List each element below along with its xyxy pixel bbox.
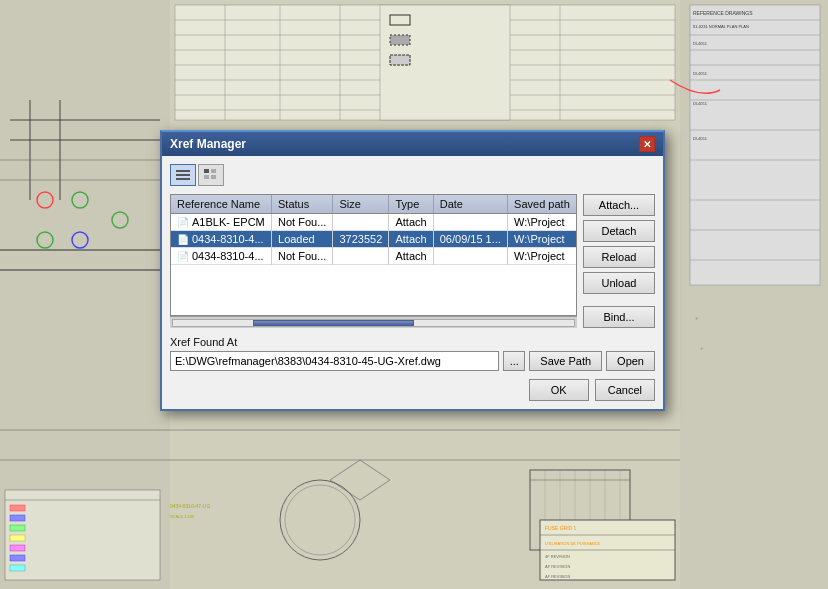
table-area: Reference Name Status Size Type Date Sav… [170, 194, 577, 328]
xref-manager-dialog: Xref Manager ✕ [160, 130, 665, 411]
xref-table-container[interactable]: Reference Name Status Size Type Date Sav… [170, 194, 577, 316]
svg-text:0434-8310-47-UG: 0434-8310-47-UG [170, 503, 210, 509]
table-row[interactable]: 📄0434-8310-4...Not Fou...AttachW:\Projec… [171, 248, 576, 265]
dialog-main: Reference Name Status Size Type Date Sav… [170, 194, 655, 328]
col-header-saved-path[interactable]: Saved path [508, 195, 576, 214]
table-cell [433, 248, 507, 265]
svg-text:4F REVISION: 4F REVISION [545, 554, 570, 559]
svg-rect-90 [176, 170, 190, 172]
bind-button[interactable]: Bind... [583, 306, 655, 328]
path-row: ... Save Path Open [170, 351, 655, 371]
svg-text:AF REVISION: AF REVISION [545, 574, 570, 579]
detach-button[interactable]: Detach [583, 220, 655, 242]
file-icon: 📄 [177, 251, 189, 262]
cancel-button[interactable]: Cancel [595, 379, 655, 401]
svg-text:SCALE 1:100: SCALE 1:100 [170, 514, 195, 519]
svg-text:Dl-4051: Dl-4051 [693, 71, 708, 76]
browse-button[interactable]: ... [503, 351, 525, 371]
svg-rect-59 [10, 545, 25, 551]
table-cell: 📄0434-8310-4... [171, 248, 272, 265]
svg-text:FUSE GRID 1: FUSE GRID 1 [545, 525, 577, 531]
col-header-date[interactable]: Date [433, 195, 507, 214]
svg-rect-95 [204, 175, 209, 179]
svg-rect-60 [10, 555, 25, 561]
tree-view-button[interactable] [198, 164, 224, 186]
svg-text:Dl-4051: Dl-4051 [693, 101, 708, 106]
table-cell: 📄A1BLK- EPCM [171, 214, 272, 231]
dialog-content: Reference Name Status Size Type Date Sav… [162, 156, 663, 409]
svg-text:REFERENCE DRAWINGS: REFERENCE DRAWINGS [693, 10, 753, 16]
table-cell: Loaded [272, 231, 333, 248]
unload-button[interactable]: Unload [583, 272, 655, 294]
list-view-button[interactable] [170, 164, 196, 186]
svg-text:+: + [700, 345, 704, 351]
svg-rect-93 [204, 169, 209, 173]
col-header-type[interactable]: Type [389, 195, 433, 214]
svg-rect-58 [10, 535, 25, 541]
xref-table: Reference Name Status Size Type Date Sav… [171, 195, 576, 265]
horizontal-scrollbar[interactable] [170, 316, 577, 328]
svg-rect-20 [690, 5, 820, 285]
table-cell: Not Fou... [272, 214, 333, 231]
scrollbar-track[interactable] [172, 319, 575, 327]
svg-rect-91 [176, 174, 190, 176]
col-header-status[interactable]: Status [272, 195, 333, 214]
ok-button[interactable]: OK [529, 379, 589, 401]
table-cell: W:\Project [508, 231, 576, 248]
table-cell [333, 248, 389, 265]
found-at-label: Xref Found At [170, 336, 655, 348]
dialog-titlebar[interactable]: Xref Manager ✕ [162, 132, 663, 156]
scrollbar-thumb[interactable] [253, 320, 413, 326]
table-cell: W:\Project [508, 214, 576, 231]
side-buttons: Attach... Detach Reload Unload Bind... [583, 194, 655, 328]
svg-rect-57 [10, 525, 25, 531]
attach-button[interactable]: Attach... [583, 194, 655, 216]
svg-rect-56 [10, 515, 25, 521]
svg-rect-96 [211, 175, 216, 179]
dialog-footer: Xref Found At ... Save Path Open [170, 336, 655, 371]
table-row[interactable]: 📄A1BLK- EPCMNot Fou...AttachW:\Project [171, 214, 576, 231]
path-input[interactable] [170, 351, 499, 371]
file-icon: 📄 [177, 234, 189, 245]
svg-text:Dl-4051: Dl-4051 [693, 136, 708, 141]
table-cell: 📄0434-8310-4... [171, 231, 272, 248]
svg-text:+: + [695, 315, 699, 321]
svg-rect-61 [10, 565, 25, 571]
table-cell: Attach [389, 248, 433, 265]
svg-rect-92 [176, 178, 190, 180]
svg-rect-19 [390, 55, 410, 65]
dialog-title: Xref Manager [170, 137, 246, 151]
col-header-reference-name[interactable]: Reference Name [171, 195, 272, 214]
close-button[interactable]: ✕ [639, 136, 655, 152]
ok-cancel-row: OK Cancel [170, 379, 655, 401]
svg-rect-18 [390, 35, 410, 45]
svg-rect-94 [211, 169, 216, 173]
svg-rect-53 [5, 490, 160, 580]
svg-text:UTILISATION DE PUISSANCE: UTILISATION DE PUISSANCE [545, 541, 601, 546]
table-cell [433, 214, 507, 231]
table-cell: Attach [389, 214, 433, 231]
table-cell: Attach [389, 231, 433, 248]
reload-button[interactable]: Reload [583, 246, 655, 268]
svg-text:Dl-4051: Dl-4051 [693, 41, 708, 46]
dialog-toolbar [170, 164, 655, 186]
table-cell: 06/09/15 1... [433, 231, 507, 248]
open-button[interactable]: Open [606, 351, 655, 371]
file-icon: 📄 [177, 217, 189, 228]
svg-text:01-0231 NORMAL PLAN PLAN: 01-0231 NORMAL PLAN PLAN [693, 24, 749, 29]
svg-rect-55 [10, 505, 25, 511]
table-row[interactable]: 📄0434-8310-4...Loaded3723552Attach06/09/… [171, 231, 576, 248]
table-cell [333, 214, 389, 231]
svg-text:AF REVISION: AF REVISION [545, 564, 570, 569]
save-path-button[interactable]: Save Path [529, 351, 602, 371]
table-cell: Not Fou... [272, 248, 333, 265]
col-header-size[interactable]: Size [333, 195, 389, 214]
table-cell: 3723552 [333, 231, 389, 248]
table-cell: W:\Project [508, 248, 576, 265]
